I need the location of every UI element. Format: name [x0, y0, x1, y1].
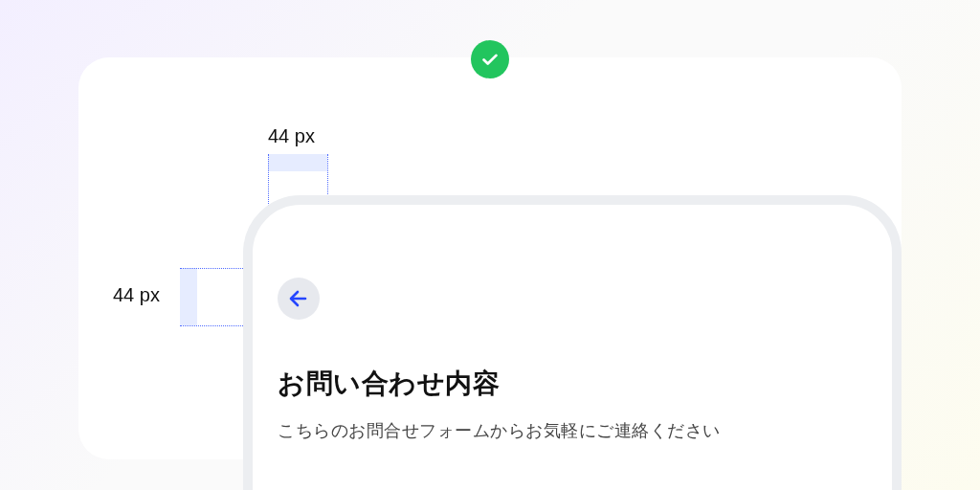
device-frame: お問い合わせ内容 こちらのお問合せフォームからお気軽にご連絡ください — [243, 195, 902, 490]
page-heading: お問い合わせ内容 — [278, 366, 721, 402]
measurement-top-label: 44 px — [268, 125, 315, 147]
screen-content: お問い合わせ内容 こちらのお問合せフォームからお気軽にご連絡ください — [278, 278, 721, 442]
measurement-top-spacer — [268, 154, 327, 171]
success-badge — [471, 40, 509, 78]
back-button[interactable] — [278, 278, 320, 320]
measurement-left-label: 44 px — [113, 284, 160, 306]
arrow-left-icon — [287, 287, 310, 310]
page-subtext: こちらのお問合せフォームからお気軽にご連絡ください — [278, 419, 721, 442]
measurement-left-spacer — [180, 268, 197, 325]
check-icon — [479, 49, 501, 70]
